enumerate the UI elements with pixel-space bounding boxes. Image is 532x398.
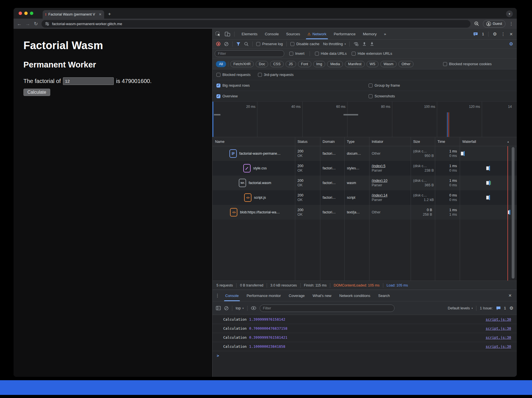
console-levels-select[interactable]: Default levels ▾	[448, 306, 473, 310]
console-message[interactable]: Calculation 0.3999999761581421 script.js…	[213, 333, 517, 342]
chip-fetch-xhr[interactable]: Fetch/XHR	[230, 61, 254, 67]
search-icon[interactable]	[244, 42, 249, 46]
eye-icon[interactable]	[251, 306, 256, 310]
console-context-select[interactable]: top ▾	[236, 306, 244, 310]
messages-icon[interactable]	[473, 32, 478, 36]
drawer-close-icon[interactable]: ✕	[508, 293, 514, 298]
header-waterfall[interactable]: Waterfall	[460, 140, 476, 144]
big-request-rows-checkbox[interactable]: Big request rows	[216, 83, 250, 88]
console-prompt[interactable]: >	[213, 351, 517, 360]
initiator-link[interactable]: (index):10	[372, 178, 411, 183]
source-link[interactable]: script.js:30	[486, 344, 511, 349]
network-settings-gear-icon[interactable]: ⚙	[509, 41, 513, 47]
chip-css[interactable]: CSS	[270, 61, 284, 67]
header-size[interactable]: Size	[411, 140, 435, 144]
tab-memory[interactable]: Memory	[359, 29, 380, 39]
drawer-tab-whats-new[interactable]: What's new	[308, 290, 335, 301]
macos-minimize-icon[interactable]	[24, 12, 28, 15]
devtools-settings-icon[interactable]: ⚙	[493, 31, 497, 37]
table-row[interactable]: style.css 200OK factori… styles… (index)…	[213, 161, 517, 176]
hide-extension-urls-checkbox[interactable]: Hide extension URLs	[352, 51, 392, 56]
header-initiator[interactable]: Initiator	[369, 140, 411, 144]
chip-other[interactable]: Other	[399, 61, 413, 67]
hide-data-urls-checkbox[interactable]: Hide data URLs	[315, 51, 347, 56]
table-row[interactable]: factorial-wasm-permane… 200OK factori… d…	[213, 146, 517, 161]
console-message[interactable]: Calculation 0.7000000476837158 script.js…	[213, 324, 517, 333]
chip-img[interactable]: Img	[313, 61, 325, 67]
table-scrollbar[interactable]	[512, 147, 515, 279]
calculate-button[interactable]: Calculate	[23, 89, 50, 96]
source-link[interactable]: script.js:30	[486, 326, 511, 331]
tab-sources[interactable]: Sources	[283, 29, 304, 39]
table-row[interactable]: WA factorial.wasm 200OK factori… wasm (i…	[213, 176, 517, 190]
tab-elements[interactable]: Elements	[238, 29, 261, 39]
network-overview-timeline[interactable]: 20 ms 40 ms 60 ms 80 ms 100 ms 120 ms 14	[213, 102, 517, 137]
browser-menu-icon[interactable]: ⋮	[509, 21, 513, 26]
header-domain[interactable]: Domain	[320, 140, 344, 144]
tab-console[interactable]: Console	[261, 29, 283, 39]
console-sidebar-icon[interactable]	[216, 306, 221, 310]
export-har-icon[interactable]	[370, 42, 374, 46]
screenshots-checkbox[interactable]: Screenshots	[369, 94, 395, 98]
chip-all[interactable]: All	[216, 61, 226, 67]
chip-wasm[interactable]: Wasm	[380, 61, 397, 67]
blocked-response-cookies-checkbox[interactable]: Blocked response cookies	[443, 62, 492, 66]
clear-icon[interactable]	[224, 42, 229, 46]
record-icon[interactable]	[216, 42, 220, 46]
new-tab-button[interactable]: +	[108, 11, 111, 17]
blocked-requests-checkbox[interactable]: Blocked requests	[216, 73, 251, 77]
more-tabs-icon[interactable]: »	[380, 29, 390, 39]
header-type[interactable]: Type	[344, 140, 369, 144]
drawer-tab-console[interactable]: Console	[221, 290, 243, 301]
chip-manifest[interactable]: Manifest	[345, 61, 364, 67]
device-toolbar-icon[interactable]	[225, 32, 230, 36]
console-settings-icon[interactable]: ⚙	[509, 305, 513, 311]
throttling-select[interactable]: No throttling ▾	[323, 42, 346, 46]
drawer-menu-icon[interactable]: ⋮	[215, 293, 220, 298]
issues-icon[interactable]	[496, 306, 501, 310]
devtools-menu-icon[interactable]: ⋮	[501, 32, 505, 37]
profile-button[interactable]: Guest	[483, 20, 505, 28]
initiator-link[interactable]: (index):5	[372, 164, 411, 168]
source-link[interactable]: script.js:30	[486, 317, 511, 322]
issues-label[interactable]: 1 Issue:	[480, 306, 493, 310]
chip-js[interactable]: JS	[286, 61, 296, 67]
network-filter-input[interactable]	[215, 50, 284, 57]
filter-funnel-icon[interactable]	[236, 42, 240, 46]
drawer-tab-search[interactable]: Search	[374, 290, 394, 301]
chip-font[interactable]: Font	[298, 61, 311, 67]
devtools-close-icon[interactable]: ✕	[509, 32, 513, 36]
group-by-frame-checkbox[interactable]: Group by frame	[369, 83, 400, 88]
table-row[interactable]: <> blob:https://factorial-wa… 200OK fact…	[213, 205, 517, 220]
import-har-icon[interactable]	[362, 42, 366, 46]
console-filter-input[interactable]	[260, 305, 395, 312]
tab-close-icon[interactable]: ✕	[99, 12, 102, 16]
chip-ws[interactable]: WS	[367, 61, 378, 67]
factorial-input[interactable]	[63, 77, 114, 85]
inspect-element-icon[interactable]	[215, 31, 221, 37]
network-conditions-icon[interactable]	[353, 42, 359, 46]
tab-network[interactable]: ⚠ Network	[304, 29, 330, 39]
invert-checkbox[interactable]: Invert	[289, 51, 305, 56]
overview-selection-handle[interactable]	[213, 102, 213, 137]
drawer-tab-network-conditions[interactable]: Network conditions	[335, 290, 374, 301]
console-message[interactable]: Calculation 1.399999976158142 script.js:…	[213, 315, 517, 324]
header-time[interactable]: Time	[435, 140, 460, 144]
back-icon[interactable]: ←	[17, 21, 22, 26]
browser-tab[interactable]: ! Factorial Wasm (permanent V ✕	[43, 10, 104, 19]
chip-doc[interactable]: Doc	[256, 61, 268, 67]
console-message[interactable]: Calculation 1.100000023841858 script.js:…	[213, 342, 517, 351]
forward-icon[interactable]: →	[25, 21, 30, 26]
address-bar[interactable]: factorial-wasm-permanent-worker.glitch.m…	[41, 20, 470, 28]
console-clear-icon[interactable]	[224, 306, 229, 310]
zoom-icon[interactable]	[474, 21, 479, 26]
preserve-log-checkbox[interactable]: Preserve log	[256, 42, 283, 46]
tab-search-button[interactable]: ▾	[506, 10, 513, 17]
table-row[interactable]: <> script.js 200OK factori… script (inde…	[213, 190, 517, 205]
third-party-requests-checkbox[interactable]: 3rd-party requests	[258, 73, 294, 77]
source-link[interactable]: script.js:30	[486, 335, 511, 340]
initiator-link[interactable]: (index):14	[372, 193, 411, 198]
macos-maximize-icon[interactable]	[30, 12, 33, 15]
site-info-icon[interactable]	[45, 22, 49, 26]
drawer-tab-coverage[interactable]: Coverage	[285, 290, 308, 301]
